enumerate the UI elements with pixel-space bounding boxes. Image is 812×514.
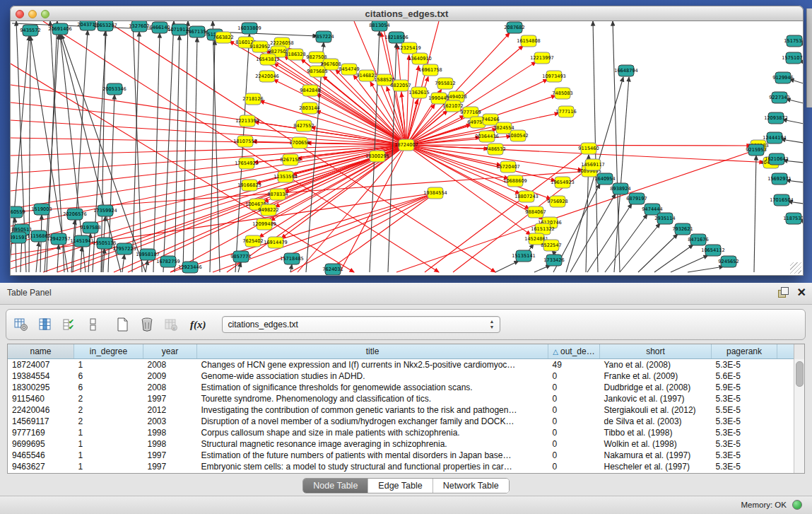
table-cell[interactable]: 5.6E-5	[712, 370, 777, 382]
table-cell[interactable]: 1997	[143, 393, 197, 404]
tab-node-table[interactable]: Node Table	[303, 479, 368, 493]
table-cell[interactable]: 1997	[143, 461, 197, 472]
table-cell[interactable]: Estimation of significance thresholds fo…	[197, 382, 548, 393]
table-cell[interactable]: 14569117	[8, 416, 74, 427]
graph-node[interactable]: 2803144	[299, 103, 319, 114]
table-cell[interactable]: 0	[548, 438, 600, 450]
tab-network-table[interactable]: Network Table	[433, 479, 509, 493]
graph-node[interactable]: 12093872	[764, 112, 788, 124]
table-cell[interactable]: Structural magnetic resonance image aver…	[197, 438, 548, 450]
graph-node[interactable]: 8522547	[541, 240, 561, 251]
graph-node[interactable]: 9129946	[772, 72, 793, 83]
graph-node[interactable]: 8471676	[688, 234, 708, 245]
graph-node[interactable]: 18107552	[233, 136, 257, 147]
column-select-icon[interactable]: ✔✔	[60, 316, 78, 333]
graph-node[interactable]: 7932621	[672, 223, 693, 235]
table-cell[interactable]: 2	[74, 393, 143, 404]
graph-node[interactable]: 16648794	[614, 65, 638, 76]
table-cell[interactable]: Tibbo et al. (1998)	[600, 427, 712, 438]
graph-node[interactable]: 16154808	[517, 35, 541, 47]
table-cell[interactable]: Franke et al. (2009)	[600, 370, 712, 382]
graph-node[interactable]: 7955812	[435, 78, 455, 89]
table-cell[interactable]: 2	[74, 416, 143, 427]
graph-node[interactable]: 1362615	[408, 87, 429, 98]
table-cell[interactable]: 0	[548, 461, 600, 472]
graph-node[interactable]: 1327602	[129, 21, 149, 32]
graph-node[interactable]: 391591	[11, 232, 28, 243]
table-cell[interactable]: 0	[548, 450, 600, 461]
graph-node[interactable]: 16961758	[418, 64, 442, 76]
graph-node[interactable]: 8878334	[267, 189, 288, 200]
graph-node[interactable]: 6879197	[626, 193, 647, 204]
graph-node[interactable]: 1640954	[594, 173, 615, 185]
table-cell[interactable]: 18300295	[8, 382, 74, 393]
function-builder-icon[interactable]: f(x)	[190, 319, 206, 331]
table-cell[interactable]: 5.9E-5	[712, 382, 777, 393]
column-header-title[interactable]: title	[197, 344, 548, 359]
graph-node[interactable]: 1187533	[783, 213, 803, 224]
table-cell[interactable]: 2012	[143, 404, 197, 416]
graph-node[interactable]: 1733426	[543, 255, 564, 266]
graph-node[interactable]: 7857224	[313, 31, 334, 42]
graph-node[interactable]: 6822057	[390, 80, 411, 91]
table-cell[interactable]: 22420046	[8, 404, 74, 416]
scrollbar-thumb[interactable]	[796, 361, 804, 387]
table-row[interactable]: 2242004622012Investigating the contribut…	[8, 404, 801, 416]
graph-node[interactable]: 19654923	[551, 177, 575, 188]
graph-node[interactable]: 9215953	[746, 144, 766, 156]
column-header-pagerank[interactable]: pagerank	[712, 344, 777, 359]
table-cell[interactable]: 18724007	[8, 359, 74, 371]
graph-node[interactable]: 8813054	[369, 21, 389, 31]
table-cell[interactable]: 2008	[143, 359, 197, 371]
graph-node[interactable]: 9857771	[230, 251, 251, 262]
graph-node[interactable]: 2718126	[242, 93, 263, 105]
graph-node[interactable]: 1777116	[555, 106, 576, 117]
network-window[interactable]: citations_edges.txt 18724007943557220691…	[10, 6, 804, 276]
graph-node[interactable]: 9435572	[20, 25, 40, 36]
graph-node[interactable]: 9115460	[578, 143, 599, 154]
graph-node[interactable]: 15718485	[280, 253, 304, 264]
resize-grip-icon[interactable]	[790, 262, 801, 274]
table-cell[interactable]: 5.3E-5	[712, 359, 777, 371]
table-cell[interactable]: Tourette syndrome. Phenomenology and cla…	[197, 393, 548, 404]
graph-node[interactable]: 15751074	[782, 52, 803, 64]
graph-node[interactable]: 9182952	[249, 41, 270, 52]
table-cell[interactable]: 9699695	[8, 438, 74, 450]
table-cell[interactable]: Nakamura et al. (1997)	[600, 450, 712, 461]
table-cell[interactable]: 5.5E-5	[712, 404, 777, 416]
graph-node[interactable]: 1519003	[31, 204, 52, 215]
network-canvas[interactable]: 1872400794355722069140620437151065328713…	[10, 21, 804, 276]
graph-node[interactable]: 9756928	[547, 196, 567, 207]
graph-node[interactable]: 1517534	[784, 35, 803, 47]
graph-node[interactable]: 17359924	[93, 205, 117, 216]
new-table-icon[interactable]	[114, 316, 132, 333]
table-cell[interactable]: 19384554	[8, 370, 74, 382]
graph-node[interactable]: 7663822	[213, 32, 233, 43]
table-cell[interactable]: 1	[74, 461, 143, 472]
table-cell[interactable]: 5.3E-5	[712, 416, 777, 427]
table-cell[interactable]: 6	[74, 382, 143, 393]
graph-node[interactable]: 15692971	[767, 173, 792, 185]
table-cell[interactable]: 5.3E-5	[712, 427, 777, 438]
table-cell[interactable]: 0	[548, 370, 600, 382]
table-cell[interactable]: 1	[74, 427, 143, 438]
table-cell[interactable]: Corpus callosum shape and size in male p…	[197, 427, 548, 438]
column-header-year[interactable]: year	[143, 344, 197, 359]
table-cell[interactable]: 2009	[143, 370, 197, 382]
table-cell[interactable]: Changes of HCN gene expression and I(f) …	[197, 359, 548, 371]
table-cell[interactable]: 0	[548, 404, 600, 416]
float-panel-icon[interactable]	[778, 287, 789, 298]
graph-node[interactable]: 12325419	[397, 42, 421, 54]
column-header-short[interactable]: short	[600, 344, 712, 359]
table-row[interactable]: 911546021997Tourette syndrome. Phenomeno…	[8, 393, 801, 404]
column-header-name[interactable]: name	[8, 344, 74, 359]
table-row[interactable]: 946554611997Estimation of the future num…	[8, 450, 801, 461]
graph-node[interactable]: 1080542	[507, 130, 528, 141]
table-cell[interactable]: 2	[74, 404, 143, 416]
graph-node[interactable]: 19384554	[423, 187, 447, 199]
table-row[interactable]: 977716911998Corpus callosum shape and si…	[8, 427, 801, 438]
graph-node[interactable]: 7625402	[242, 235, 263, 247]
graph-node[interactable]: 15720407	[496, 161, 520, 173]
table-cell[interactable]: 2003	[143, 416, 197, 427]
close-panel-icon[interactable]: ✕	[797, 287, 806, 298]
